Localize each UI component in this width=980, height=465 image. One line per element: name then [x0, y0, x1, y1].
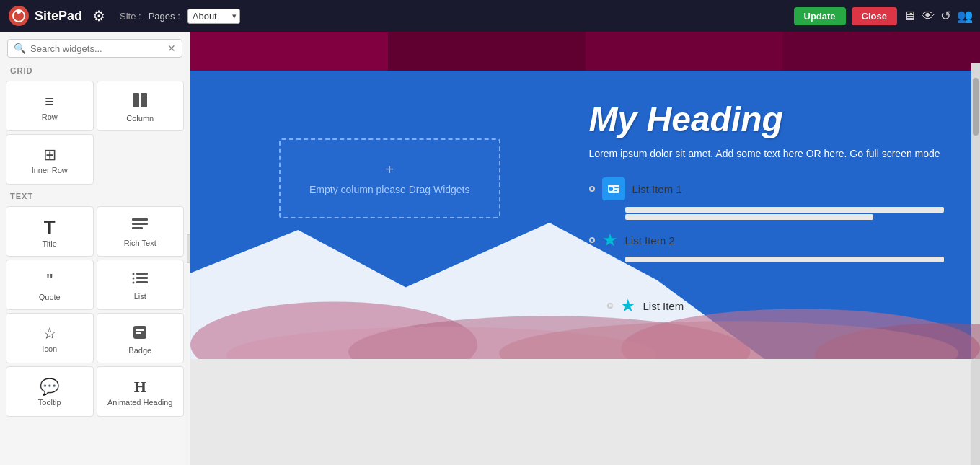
svg-point-0: [9, 6, 29, 26]
preview-block-4: [782, 32, 980, 71]
drop-zone[interactable]: + Empty column please Drag Widgets: [279, 138, 500, 218]
list-item-2-bar-full: [625, 257, 945, 262]
list-item-1-icon: [602, 177, 625, 200]
row-label: Row: [42, 112, 58, 121]
widget-tooltip[interactable]: 💬 Tooltip: [6, 366, 94, 417]
search-clear-icon[interactable]: ✕: [167, 43, 176, 54]
svg-rect-13: [136, 281, 148, 283]
svg-rect-27: [614, 190, 617, 191]
list-icon: [132, 272, 148, 289]
hero-section: + Empty column please Drag Widgets My He…: [190, 71, 980, 359]
animated-heading-label: Animated Heading: [107, 398, 173, 407]
hero-left-column: + Empty column please Drag Widgets: [212, 85, 568, 271]
list-item-1-bar-full: [625, 207, 945, 213]
list-item-1-text: List Item 1: [632, 183, 682, 195]
site-label: Site :: [120, 11, 141, 22]
list-bullet-3: [607, 303, 613, 309]
svg-point-10: [133, 278, 135, 280]
svg-rect-16: [136, 332, 141, 334]
widget-icon[interactable]: ☆ Icon: [6, 313, 94, 363]
preview-block-2: [388, 32, 586, 71]
svg-rect-3: [133, 93, 139, 107]
svg-point-2: [17, 9, 21, 14]
tooltip-icon: 💬: [40, 379, 59, 395]
svg-point-8: [133, 273, 135, 275]
canvas: + Empty column please Drag Widgets My He…: [190, 32, 980, 465]
widget-animated-heading[interactable]: H Animated Heading: [97, 366, 185, 417]
svg-rect-6: [132, 223, 148, 225]
preview-icon[interactable]: 👁: [922, 9, 935, 24]
column-icon: [132, 92, 148, 111]
widget-column[interactable]: Column: [97, 81, 185, 131]
list-bullet-1: [589, 186, 595, 192]
drop-zone-plus-icon: +: [385, 161, 394, 178]
drop-zone-text: Empty column please Drag Widgets: [309, 184, 470, 195]
list-item-3-icon: ★: [620, 296, 636, 316]
list-bullet-2: [589, 237, 595, 243]
list-item-1-bar-partial: [625, 214, 874, 220]
title-icon: T: [44, 218, 56, 236]
list-item-2-icon: ★: [602, 230, 618, 250]
structure-icon[interactable]: 👥: [957, 8, 973, 24]
svg-rect-11: [136, 277, 148, 279]
section-grid-label: GRID: [0, 62, 190, 78]
search-icon: 🔍: [14, 43, 26, 54]
badge-icon: [132, 324, 148, 343]
rich-text-label: Rich Text: [124, 239, 156, 247]
badge-label: Badge: [128, 346, 151, 355]
title-label: Title: [43, 239, 57, 248]
widget-rich-text[interactable]: Rich Text: [97, 206, 185, 257]
update-button[interactable]: Update: [794, 7, 846, 25]
topbar: SitePad ⚙ Site : Pages : About Home Cont…: [0, 0, 980, 32]
pages-select[interactable]: About Home Contact Blog: [187, 9, 240, 24]
text-section-widgets: T Title Rich Text " Quote: [0, 203, 190, 420]
preview-strip: [190, 32, 980, 71]
quote-label: Quote: [39, 293, 61, 301]
widget-title[interactable]: T Title: [6, 206, 94, 257]
search-row: 🔍 ✕: [7, 39, 182, 58]
svg-rect-9: [136, 273, 148, 275]
list-label: List: [134, 292, 146, 301]
pages-select-wrapper: About Home Contact Blog: [187, 9, 240, 24]
sidebar: 🔍 ✕ GRID ≡ Row Column ⊞ Inner: [0, 32, 190, 465]
svg-rect-5: [132, 218, 148, 221]
inner-row-icon: ⊞: [43, 147, 56, 163]
widget-row[interactable]: ≡ Row: [6, 81, 94, 131]
list-item-2: ★ List Item 2: [589, 226, 945, 254]
history-icon[interactable]: ↺: [940, 8, 951, 24]
svg-rect-4: [141, 93, 147, 107]
animated-heading-icon: H: [134, 379, 146, 395]
list-item-3-container: ★ List Item: [190, 285, 980, 326]
close-button[interactable]: Close: [852, 7, 897, 25]
column-label: Column: [126, 114, 154, 123]
hero-content: + Empty column please Drag Widgets My He…: [190, 71, 980, 285]
pages-label: Pages :: [149, 11, 180, 22]
quote-icon: ": [46, 271, 53, 290]
widget-inner-row[interactable]: ⊞ Inner Row: [6, 134, 94, 185]
settings-icon[interactable]: ⚙: [92, 7, 105, 25]
rich-text-icon: [132, 218, 148, 236]
list-item-1: List Item 1: [589, 173, 945, 205]
inner-row-label: Inner Row: [32, 166, 68, 174]
tooltip-label: Tooltip: [38, 398, 61, 407]
widget-quote[interactable]: " Quote: [6, 260, 94, 310]
icon-widget-icon: ☆: [43, 326, 57, 342]
svg-rect-26: [614, 187, 619, 188]
search-input[interactable]: [30, 43, 167, 54]
list-item-3: ★ List Item: [607, 291, 959, 320]
svg-rect-7: [132, 227, 143, 229]
svg-point-12: [133, 282, 135, 284]
widget-list[interactable]: List: [97, 260, 185, 310]
svg-point-25: [609, 187, 613, 191]
widget-badge[interactable]: Badge: [97, 313, 185, 363]
icon-label: Icon: [42, 345, 57, 353]
hero-body: Lorem ipsum dolor sit amet. Add some tex…: [589, 146, 945, 161]
logo-text: SitePad: [35, 9, 82, 24]
desktop-icon[interactable]: 🖥: [903, 9, 916, 24]
topbar-right: Update Close 🖥 👁 ↺ 👥: [794, 7, 973, 25]
row-icon: ≡: [45, 94, 54, 110]
logo: SitePad: [7, 4, 82, 27]
svg-rect-15: [136, 329, 144, 331]
hero-heading: My Heading: [589, 99, 945, 139]
list-item-2-text: List Item 2: [625, 234, 675, 247]
